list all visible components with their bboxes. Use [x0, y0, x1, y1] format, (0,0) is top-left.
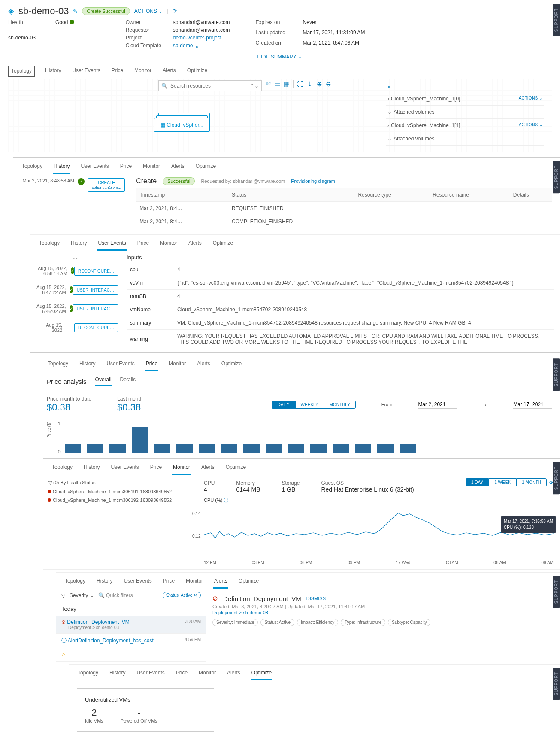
subtab-overall[interactable]: Overall — [95, 377, 112, 386]
fit-icon[interactable]: ⛶ — [293, 80, 303, 88]
status-dot-icon — [48, 498, 51, 502]
severity-filter[interactable]: Severity ⌄ — [70, 592, 94, 598]
tab-history[interactable]: History — [44, 66, 62, 77]
price-range-toggle[interactable]: DAILY WEEKLY MONTHLY — [272, 401, 355, 409]
tab-alerts[interactable]: Alerts — [162, 66, 177, 77]
from-date-input[interactable] — [418, 401, 457, 409]
reconfigure-event[interactable]: RECONFIGURE… — [74, 323, 118, 332]
history-status-pill: Successful — [163, 177, 195, 185]
vm-list-item[interactable]: Cloud_vSphere_Machine_1-mcm306192-163093… — [47, 496, 194, 504]
tab-topology[interactable]: Topology — [21, 161, 43, 174]
check-icon: ✓ — [70, 286, 73, 293]
alert-item[interactable]: ⓘ AlertDefinition_Deployment_has_cost4:5… — [56, 634, 206, 648]
tab-alerts[interactable]: Alerts — [170, 161, 185, 174]
support-tab[interactable]: SUPPORT — [553, 358, 560, 391]
inputs-table: cpu4 vcVm{ "id": "es-sof-vc03.eng.vmware… — [127, 263, 554, 349]
memory-value: 6144 MB — [236, 486, 260, 493]
zoom-in-icon[interactable]: ⊕ — [317, 80, 322, 88]
health-filter[interactable]: ▽ (0) By Health Status — [47, 478, 194, 487]
search-input[interactable] — [170, 82, 248, 90]
alert-detail-name: Definition_Deployment_VM — [223, 595, 301, 602]
tab-monitor[interactable]: Monitor — [172, 462, 191, 475]
health-label: Health — [8, 19, 55, 33]
underutilized-summary: Underutilized VMs 2Idle VMs -Powered Off… — [77, 688, 214, 732]
edit-icon[interactable]: ✎ — [73, 8, 78, 15]
dismiss-link[interactable]: DISMISS — [306, 596, 326, 601]
tab-history[interactable]: History — [53, 161, 70, 174]
table-row[interactable]: Mar 2, 2021, 8:4…COMPLETION_FINISHED — [136, 215, 552, 228]
subtab-details[interactable]: Details — [120, 377, 136, 386]
chart-tooltip: Mar 17, 2021, 7:36:58 AMCPU (%): 0.123 — [501, 516, 556, 533]
support-tab[interactable]: SUPPORT — [553, 161, 560, 193]
actions-dropdown[interactable]: ACTIONS ⌄ — [134, 8, 163, 14]
tab-optimize[interactable]: Optimize — [186, 66, 208, 77]
tab-price[interactable]: Price — [111, 66, 124, 77]
quick-filters[interactable]: Quick filters — [106, 592, 133, 598]
support-tab[interactable]: SUPPORT — [553, 576, 560, 608]
tab-user-events[interactable]: User Events — [97, 238, 127, 251]
tab-monitor[interactable]: Monitor — [133, 66, 152, 77]
reconfigure-event[interactable]: RECONFIGURE… — [74, 267, 118, 276]
project-link[interactable]: demo-vcenter-project — [173, 35, 230, 41]
support-tab[interactable]: SUPPORT — [553, 668, 560, 700]
filter-icon[interactable]: ▽ — [61, 592, 65, 598]
vm-list-item[interactable]: Cloud_vSphere_Machine_1-mcm306191-163093… — [47, 487, 194, 496]
download-icon[interactable]: ⭳ — [307, 80, 313, 88]
resource-actions[interactable]: ACTIONS ⌄ — [519, 122, 542, 127]
status-chip[interactable]: Status: Active ✕ — [163, 592, 201, 598]
support-tab[interactable]: SUPPORT — [553, 4, 560, 36]
tab-optimize[interactable]: Optimize — [195, 161, 217, 174]
grid-icon[interactable]: ▦ — [284, 80, 290, 88]
to-date-input[interactable] — [513, 401, 552, 409]
impact-badge: Impact: Efficiency — [297, 619, 338, 626]
deployment-title: sb-demo-03 — [18, 6, 69, 17]
resource-actions[interactable]: ACTIONS ⌄ — [519, 96, 542, 100]
status-badge: Status: Active — [260, 619, 294, 626]
list-icon[interactable]: ☰ — [275, 80, 280, 88]
tab-optimize[interactable]: Optimize — [251, 668, 272, 680]
alert-critical-icon: ⊘ — [212, 595, 218, 602]
alert-info-icon: ⓘ — [61, 638, 67, 644]
zoom-out-icon[interactable]: ⊖ — [326, 80, 331, 88]
resource-item[interactable]: ›Cloud_vSphere_Machine_1[0] ACTIONS ⌄ — [386, 92, 544, 106]
support-tab[interactable]: SUPPORT — [553, 462, 560, 494]
alert-item[interactable]: ⚠ — [56, 648, 206, 662]
alert-critical-icon: ⊘ — [61, 619, 66, 625]
collapse-pane-icon[interactable]: » — [386, 81, 544, 92]
hide-summary-toggle[interactable]: HIDE SUMMARY ︿ — [0, 52, 560, 62]
resource-item[interactable]: ⌄Attached volumes — [386, 106, 544, 119]
tab-topology[interactable]: Topology — [8, 66, 35, 77]
info-icon[interactable]: ⓘ — [224, 498, 228, 503]
search-resources[interactable]: 🔍 ⌃⌄ — [158, 80, 262, 91]
chevron-up-down-icon[interactable]: ⌃⌄ — [248, 83, 261, 89]
deployment-name: sb-demo-03 — [8, 35, 74, 49]
cpu-value: 4 — [204, 486, 215, 493]
os-value: Red Hat Enterprise Linux 6 (32-bit) — [321, 486, 414, 493]
breadcrumb-link[interactable]: Deployment > sb-demo-03 — [212, 610, 554, 615]
status-pill: Create Successful — [82, 7, 130, 15]
collapse-icon[interactable]: ︿ — [33, 254, 118, 261]
tab-price[interactable]: Price — [119, 161, 133, 174]
event-create-button[interactable]: CREATEsbhandari@vm... — [88, 178, 125, 192]
search-icon: 🔍 — [159, 83, 170, 89]
alert-item[interactable]: ⊘ Definition_Deployment_VM3:20 AM Deploy… — [56, 616, 206, 634]
resource-item[interactable]: ›Cloud_vSphere_Machine_1[1] ACTIONS ⌄ — [386, 119, 544, 132]
refresh-icon[interactable]: ⟳ — [173, 8, 177, 14]
tab-user-events[interactable]: User Events — [71, 66, 101, 77]
tab-alerts[interactable]: Alerts — [213, 576, 228, 589]
tab-user-events[interactable]: User Events — [80, 161, 109, 174]
topology-node[interactable]: ▦ Cloud_vSpher... — [154, 118, 210, 132]
cloud-template-link[interactable]: sb-demo ⭳ — [173, 43, 230, 49]
check-icon: ✓ — [78, 178, 85, 185]
user-interact-event[interactable]: USER_INTERAC… — [73, 285, 118, 295]
graph-icon[interactable]: ⚛ — [266, 80, 271, 88]
resource-item[interactable]: ⌄Attached volumes — [386, 132, 544, 146]
tab-monitor[interactable]: Monitor — [142, 161, 161, 174]
monitor-range-toggle[interactable]: 1 DAY 1 WEEK 1 MONTH — [466, 478, 547, 486]
provisioning-diagram-link[interactable]: Provisioning diagram — [291, 179, 335, 184]
inputs-heading: Inputs — [127, 254, 554, 261]
today-heading: Today — [56, 602, 206, 616]
user-interact-event[interactable]: USER_INTERAC… — [73, 304, 118, 313]
table-row[interactable]: Mar 2, 2021, 8:4…REQUEST_FINISHED — [136, 202, 552, 215]
tab-price[interactable]: Price — [145, 359, 158, 371]
